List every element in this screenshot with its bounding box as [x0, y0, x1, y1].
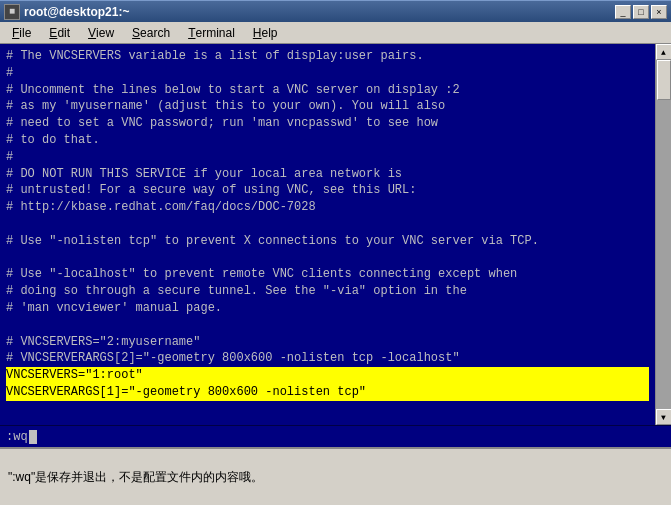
term-line-5: # need to set a VNC password; run 'man v…: [6, 115, 649, 132]
term-line-18: # VNCSERVERS="2:myusername": [6, 334, 649, 351]
window-title: root@desktop21:~: [24, 5, 129, 19]
status-bar: ":wq"是保存并退出，不是配置文件内的内容哦。: [0, 447, 671, 505]
terminal-wrapper: # The VNCSERVERS variable is a list of d…: [0, 44, 671, 425]
command-line: :wq: [0, 425, 671, 447]
term-line-8: # DO NOT RUN THIS SERVICE if your local …: [6, 166, 649, 183]
title-bar: ■ root@desktop21:~ _ □ ×: [0, 0, 671, 22]
term-line-14: # Use "-localhost" to prevent remote VNC…: [6, 266, 649, 283]
menu-file[interactable]: File: [4, 23, 39, 43]
term-line-3: # Uncomment the lines below to start a V…: [6, 82, 649, 99]
menu-edit[interactable]: Edit: [41, 23, 78, 43]
menu-help[interactable]: Help: [245, 23, 286, 43]
scroll-track: [656, 60, 671, 409]
scroll-down-button[interactable]: ▼: [656, 409, 672, 425]
cursor: [29, 430, 37, 444]
term-line-highlighted-1: VNCSERVERS="1:root": [6, 367, 649, 384]
term-line-9: # untrusted! For a secure way of using V…: [6, 182, 649, 199]
term-line-17: [6, 317, 649, 334]
term-line-2: #: [6, 65, 649, 82]
term-line-4: # as my 'myusername' (adjust this to you…: [6, 98, 649, 115]
title-bar-left: ■ root@desktop21:~: [4, 4, 129, 20]
term-line-16: # 'man vncviewer' manual page.: [6, 300, 649, 317]
maximize-button[interactable]: □: [633, 5, 649, 19]
term-line-13: [6, 250, 649, 267]
term-line-11: [6, 216, 649, 233]
term-line-1: # The VNCSERVERS variable is a list of d…: [6, 48, 649, 65]
status-text: ":wq"是保存并退出，不是配置文件内的内容哦。: [8, 469, 263, 486]
terminal-content[interactable]: # The VNCSERVERS variable is a list of d…: [0, 44, 655, 425]
term-line-19: # VNCSERVERARGS[2]="-geometry 800x600 -n…: [6, 350, 649, 367]
term-line-highlighted-2: VNCSERVERARGS[1]="-geometry 800x600 -nol…: [6, 384, 649, 401]
term-line-15: # doing so through a secure tunnel. See …: [6, 283, 649, 300]
menu-bar: File Edit View Search Terminal Help: [0, 22, 671, 44]
term-line-12: # Use "-nolisten tcp" to prevent X conne…: [6, 233, 649, 250]
term-line-6: # to do that.: [6, 132, 649, 149]
term-line-7: #: [6, 149, 649, 166]
menu-search[interactable]: Search: [124, 23, 178, 43]
close-button[interactable]: ×: [651, 5, 667, 19]
term-line-10: # http://kbase.redhat.com/faq/docs/DOC-7…: [6, 199, 649, 216]
scroll-up-button[interactable]: ▲: [656, 44, 672, 60]
menu-view[interactable]: View: [80, 23, 122, 43]
menu-terminal[interactable]: Terminal: [180, 23, 243, 43]
scroll-thumb[interactable]: [657, 60, 671, 100]
command-text: :wq: [6, 430, 28, 444]
minimize-button[interactable]: _: [615, 5, 631, 19]
scrollbar[interactable]: ▲ ▼: [655, 44, 671, 425]
window-controls[interactable]: _ □ ×: [615, 5, 667, 19]
app-icon: ■: [4, 4, 20, 20]
